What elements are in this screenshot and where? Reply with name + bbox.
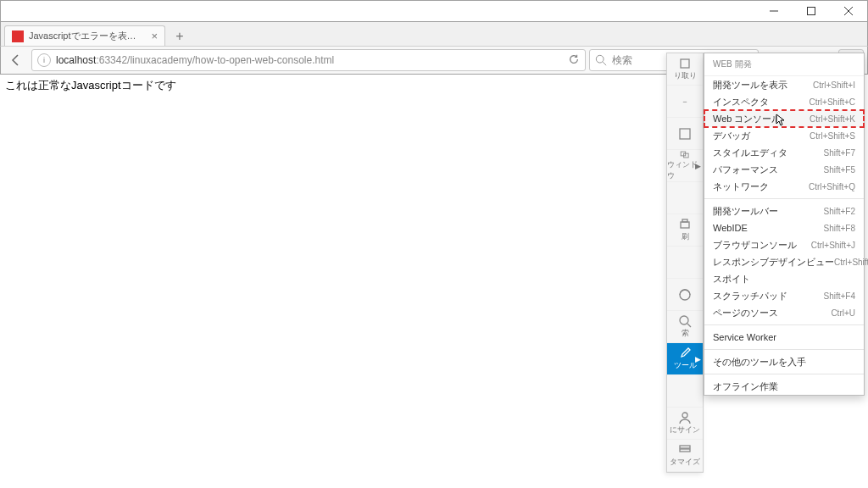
svg-rect-20 <box>682 219 687 222</box>
menu-item-shortcut: Ctrl+U <box>831 308 855 318</box>
menu-item-label: ネットワーク <box>713 180 769 193</box>
svg-line-5 <box>603 62 606 65</box>
menu-separator <box>704 324 864 325</box>
menu-item[interactable]: にサイン <box>667 408 703 440</box>
menu-item[interactable]: デバッガCtrl+Shift+S <box>704 127 864 144</box>
menu-item[interactable]: スタイルエディタShift+F7 <box>704 144 864 161</box>
menu-item-label: Web コンソール <box>713 113 781 125</box>
menu-item-label: その他のツールを入手 <box>713 356 806 369</box>
menu-item-shortcut: Shift+F7 <box>823 148 855 158</box>
menu-item-label: 開発ツールバー <box>713 205 778 218</box>
tab-close-button[interactable]: × <box>151 30 158 42</box>
menu-item-shortcut: Shift+F4 <box>823 291 855 301</box>
menu-item[interactable]: インスペクタCtrl+Shift+C <box>704 93 864 110</box>
menu-item-shortcut: Shift+F2 <box>823 207 855 216</box>
menu-item-developer[interactable]: ツール▶ <box>667 343 703 375</box>
menu-item[interactable]: − <box>667 86 703 118</box>
svg-rect-26 <box>680 449 690 452</box>
menu-item[interactable]: ウィンドウ▶ <box>667 150 703 182</box>
menu-item[interactable] <box>667 118 703 150</box>
browser-tab[interactable]: Javascriptでエラーを表示する... × <box>4 25 165 46</box>
menu-item-label: 開発ツールを表示 <box>713 79 787 92</box>
menu-item[interactable]: Service Worker <box>704 329 864 346</box>
menu-item[interactable]: 索 <box>667 311 703 343</box>
svg-line-23 <box>687 324 691 327</box>
menu-item-label: WebIDE <box>713 223 748 233</box>
window-maximize-button[interactable] <box>793 1 830 21</box>
menu-item-shortcut: Ctrl+Shift+I <box>813 80 855 90</box>
svg-rect-16 <box>680 129 690 139</box>
url-bar[interactable]: i localhost:63342/linuxacademy/how-to-op… <box>31 49 586 71</box>
menu-item-label: スポイト <box>713 273 750 286</box>
menu-item[interactable]: ページのソースCtrl+U <box>704 304 864 321</box>
menu-item[interactable] <box>667 279 703 311</box>
new-tab-button[interactable]: + <box>169 27 191 46</box>
back-button[interactable] <box>4 49 28 71</box>
identity-icon[interactable]: i <box>37 53 51 67</box>
menu-item-shortcut: Ctrl+Shift+C <box>810 97 855 107</box>
menu-item[interactable]: オフライン作業 <box>704 378 864 395</box>
menu-item[interactable]: パフォーマンスShift+F5 <box>704 161 864 178</box>
menu-item-label: パフォーマンス <box>713 164 778 176</box>
url-path: :63342/linuxacademy/how-to-open-web-cons… <box>96 54 334 66</box>
window-titlebar <box>0 0 868 22</box>
submenu-header: WEB 開発 <box>704 53 864 76</box>
menu-item-web-console[interactable]: Web コンソールCtrl+Shift+K <box>704 110 864 127</box>
svg-rect-15 <box>681 59 689 68</box>
search-icon <box>595 54 607 66</box>
menu-item-shortcut: Ctrl+Shift+J <box>811 241 855 250</box>
menu-item[interactable] <box>667 375 703 408</box>
primary-menu-panel[interactable]: り取り−ウィンドウ▶刷索ツール▶にサインタマイズ <box>666 53 704 473</box>
menu-item[interactable]: 開発ツールバーShift+F2 <box>704 202 864 219</box>
page-body-text: これは正常なJavascriptコードです <box>5 79 176 92</box>
menu-separator <box>704 198 864 199</box>
tab-title: Javascriptでエラーを表示する... <box>29 30 144 42</box>
menu-item-shortcut: Ctrl+Shift+K <box>810 114 855 124</box>
svg-rect-25 <box>680 446 690 448</box>
window-minimize-button[interactable] <box>755 1 793 21</box>
svg-point-24 <box>682 413 687 418</box>
web-developer-submenu: WEB 開発 開発ツールを表示Ctrl+Shift+IインスペクタCtrl+Sh… <box>704 53 865 396</box>
menu-item-shortcut: Ctrl+Shift+S <box>810 131 855 141</box>
menu-item-label: ブラウザコンソール <box>713 239 797 252</box>
menu-item-shortcut: Shift+F5 <box>823 165 855 175</box>
titlebar-spacer <box>1 1 755 21</box>
menu-item[interactable] <box>667 247 703 279</box>
mouse-cursor-icon <box>776 114 786 127</box>
menu-item-label: レスポンシブデザインビュー <box>713 256 834 269</box>
menu-item[interactable] <box>667 182 703 214</box>
menu-item-label: デバッガ <box>713 130 750 142</box>
reload-button[interactable] <box>568 53 580 68</box>
menu-item-shortcut: Ctrl+Shift+Q <box>809 182 855 191</box>
menu-item-label: インスペクタ <box>713 96 769 108</box>
menu-separator <box>704 374 864 374</box>
tab-strip: Javascriptでエラーを表示する... × + <box>0 22 868 46</box>
menu-item-label: Service Worker <box>713 332 776 342</box>
menu-item-shortcut: Shift+F8 <box>823 224 855 233</box>
menu-item[interactable]: ネットワークCtrl+Shift+Q <box>704 178 864 195</box>
menu-item-label: オフライン作業 <box>713 380 778 393</box>
menu-item[interactable]: レスポンシブデザインビューCtrl+Shift+M <box>704 253 864 270</box>
menu-separator <box>704 349 864 350</box>
menu-item[interactable]: WebIDEShift+F8 <box>704 219 864 236</box>
url-host: localhost <box>56 54 96 66</box>
svg-rect-19 <box>681 222 689 228</box>
menu-item-shortcut: Ctrl+Shift+M <box>834 258 868 267</box>
menu-item-label: スタイルエディタ <box>713 147 787 159</box>
menu-item[interactable]: ブラウザコンソールCtrl+Shift+J <box>704 236 864 253</box>
menu-item-label: ページのソース <box>713 307 778 319</box>
search-placeholder: 検索 <box>612 53 632 68</box>
menu-item[interactable]: タマイズ <box>667 440 703 472</box>
menu-item[interactable]: スクラッチパッドShift+F4 <box>704 287 864 304</box>
menu-item[interactable]: スポイト <box>704 270 864 287</box>
favicon-icon <box>12 30 24 42</box>
svg-point-22 <box>680 316 688 324</box>
menu-item[interactable]: り取り <box>667 53 703 86</box>
menu-item[interactable]: その他のツールを入手 <box>704 353 864 370</box>
menu-item[interactable]: 開発ツールを表示Ctrl+Shift+I <box>704 76 864 93</box>
menu-item[interactable]: 刷 <box>667 214 703 247</box>
svg-point-4 <box>596 55 604 63</box>
menu-item-label: スクラッチパッド <box>713 290 787 302</box>
svg-rect-1 <box>808 8 815 15</box>
window-close-button[interactable] <box>830 1 867 21</box>
